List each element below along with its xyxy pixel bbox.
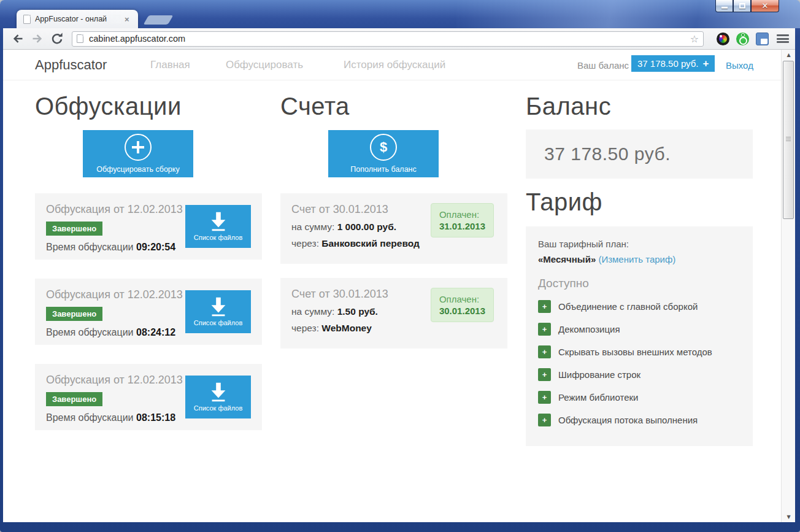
file-list-button[interactable]: Список файлов [185, 376, 251, 418]
logout-link[interactable]: Выход [726, 60, 753, 71]
tab-favicon-icon [23, 15, 31, 24]
plan-label: Ваш тарифный план: [538, 239, 740, 249]
plus-square-icon: + [538, 300, 551, 313]
address-bar[interactable]: cabinet.appfuscator.com ☆ [72, 31, 704, 47]
plan-name: «Месячный» [538, 254, 596, 264]
obfuscation-card: Обфускация от 12.02.2013 Завершено Время… [35, 279, 262, 345]
change-tariff-link[interactable]: (Изменить тариф) [598, 254, 675, 264]
obfuscation-card: Обфускация от 12.02.2013 Завершено Время… [35, 193, 262, 260]
invoice-card: Счет от 30.01.2013 на сумму: 1.50 руб. ч… [280, 278, 507, 349]
new-tab-button[interactable] [144, 15, 174, 25]
maximize-icon [739, 3, 745, 9]
balance-column: Баланс 37 178.50 руб. Тариф Ваш тарифный… [526, 90, 753, 122]
tariff-box: Ваш тарифный план: «Месячный» (Изменить … [526, 226, 753, 446]
feature-row: + Режим библиотеки [538, 391, 740, 404]
minimize-icon [721, 7, 728, 9]
status-badge: Завершено [46, 222, 102, 236]
invoice-method: через: Банковский перевод [291, 238, 496, 249]
camera-extension-icon[interactable] [717, 33, 729, 45]
feature-row: + Скрывать вызовы внешних методов [538, 345, 740, 358]
file-list-button[interactable]: Список файлов [185, 205, 251, 248]
plus-square-icon: + [538, 345, 551, 358]
file-list-button[interactable]: Список файлов [185, 290, 251, 333]
vertical-scrollbar: ▲ ▼ [781, 50, 795, 522]
invoices-title: Счета [280, 90, 507, 122]
browser-menu-icon[interactable] [777, 34, 789, 43]
plus-square-icon: + [538, 391, 551, 404]
maximize-button[interactable] [733, 0, 751, 12]
browser-window: ✕ AppFuscator - онлай × [0, 0, 800, 532]
scrollbar-thumb[interactable] [783, 61, 794, 219]
obfuscation-card: Обфускация от 12.02.2013 Завершено Время… [35, 364, 262, 430]
feature-row: + Объединение с главной сборкой [538, 300, 740, 313]
feature-row: + Шифрование строк [538, 368, 740, 381]
balance-badge[interactable]: 37 178.50 руб. + [631, 55, 715, 72]
topup-plus-icon: + [703, 55, 709, 72]
reload-icon [51, 33, 63, 45]
invoices-column: Счета $ Пополнить баланс Счет от 30.01.2… [280, 90, 507, 177]
balance-title: Баланс [526, 90, 753, 122]
plus-circle-icon [125, 134, 152, 161]
reload-button[interactable] [50, 31, 64, 46]
nav-obfuscate[interactable]: Обфусцировать [226, 59, 303, 71]
tile-extension-icon[interactable] [756, 33, 769, 45]
forward-button[interactable] [30, 31, 45, 46]
balance-value: 37 178.50 руб. [637, 55, 699, 72]
browser-tab[interactable]: AppFuscator - онлай × [17, 10, 138, 28]
tab-title: AppFuscator - онлай [35, 15, 121, 23]
brand-logo[interactable]: Appfuscator [35, 57, 107, 73]
minimize-button[interactable] [715, 0, 733, 12]
obfuscate-assembly-button[interactable]: Обфусцировать сборку [83, 130, 193, 177]
window-controls: ✕ [715, 0, 779, 12]
invoice-card: Счет от 30.01.2013 на сумму: 1 000.00 ру… [280, 193, 507, 264]
back-icon [12, 33, 24, 45]
download-icon [207, 382, 230, 403]
plus-square-icon: + [538, 414, 551, 426]
plus-square-icon: + [538, 368, 551, 381]
page-content: Appfuscator Главная Обфусцировать Истори… [3, 50, 781, 522]
obfuscations-title: Обфускации [35, 90, 262, 122]
page-icon [77, 34, 83, 43]
topup-balance-button[interactable]: $ Пополнить баланс [328, 130, 439, 177]
site-header: Appfuscator Главная Обфусцировать Истори… [3, 50, 781, 80]
balance-label: Ваш баланс [577, 60, 629, 71]
status-badge: Завершено [46, 392, 102, 406]
nav-home[interactable]: Главная [150, 59, 190, 71]
bookmark-star-icon[interactable]: ☆ [690, 33, 699, 45]
browser-toolbar: cabinet.appfuscator.com ☆ [3, 28, 795, 50]
green-extension-icon[interactable] [736, 33, 749, 45]
obfuscations-column: Обфускации Обфусцировать сборку Обфускац… [35, 90, 262, 177]
download-icon [207, 212, 230, 233]
scroll-up-icon[interactable]: ▲ [782, 50, 796, 60]
feature-row: + Декомпозиция [538, 323, 740, 336]
close-button[interactable]: ✕ [751, 0, 779, 12]
paid-badge: Оплачен: 30.01.2013 [431, 288, 494, 322]
feature-row: + Обфускация потока выполнения [538, 414, 740, 426]
paid-badge: Оплачен: 31.01.2013 [431, 203, 494, 237]
dollar-circle-icon: $ [370, 134, 397, 161]
nav-history[interactable]: История обфускаций [344, 59, 445, 71]
invoice-method: через: WebMoney [291, 323, 496, 334]
scroll-down-icon[interactable]: ▼ [782, 512, 796, 522]
url-text[interactable]: cabinet.appfuscator.com [89, 34, 185, 44]
balance-amount: 37 178.50 руб. [526, 144, 671, 164]
forward-icon [31, 33, 44, 45]
tariff-title: Тариф [526, 186, 602, 218]
balance-box: 37 178.50 руб. [526, 129, 753, 179]
close-icon: ✕ [752, 0, 779, 12]
tab-close-icon[interactable]: × [125, 15, 129, 23]
back-button[interactable] [10, 31, 25, 46]
status-badge: Завершено [46, 307, 102, 321]
plus-square-icon: + [538, 323, 551, 336]
plan-line: «Месячный» (Изменить тариф) [538, 254, 740, 264]
download-icon [207, 297, 230, 318]
available-label: Доступно [538, 277, 740, 290]
